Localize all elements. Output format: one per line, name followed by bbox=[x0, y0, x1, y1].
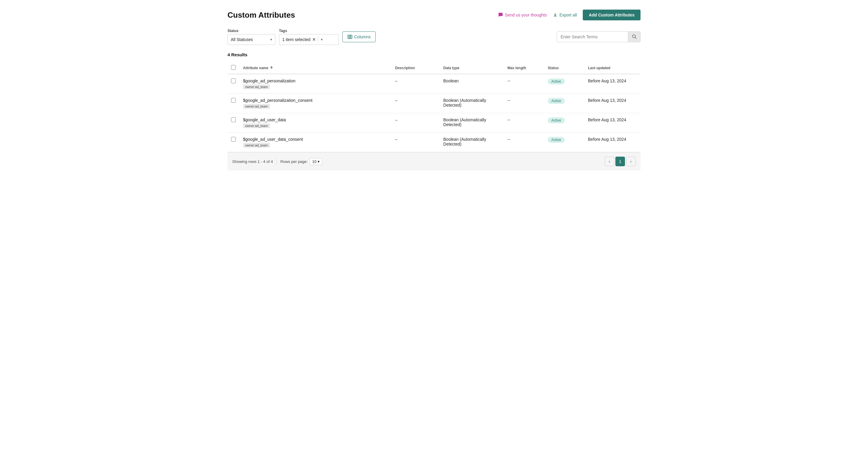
status-filter-group: Status All Statuses ▾ bbox=[227, 29, 275, 45]
attribute-name-cell: $google_ad_user_dataowner:ad_team bbox=[243, 117, 388, 128]
speech-bubble-icon bbox=[498, 12, 503, 18]
col-header-name[interactable]: Attribute name bbox=[240, 62, 392, 74]
attribute-datatype: Boolean bbox=[440, 74, 504, 94]
attribute-description: – bbox=[392, 133, 440, 152]
attribute-name[interactable]: $google_ad_personalization bbox=[243, 79, 388, 83]
svg-rect-0 bbox=[348, 35, 349, 39]
showing-info: Showing rows 1 - 4 of 4 Rows per page: 1… bbox=[232, 158, 322, 165]
tags-chevron-icon: ▾ bbox=[321, 37, 323, 41]
rows-per-page-label: Rows per page: bbox=[280, 159, 308, 164]
status-label: Status bbox=[227, 29, 275, 33]
attribute-tag: owner:ad_team bbox=[243, 123, 270, 128]
table-row: $google_ad_user_data_consentowner:ad_tea… bbox=[227, 133, 641, 152]
tags-divider bbox=[318, 36, 318, 42]
columns-label: Columns bbox=[354, 34, 371, 39]
status-select-value: All Statuses bbox=[231, 37, 268, 42]
attribute-datatype: Boolean (Automatically Detected) bbox=[440, 113, 504, 133]
export-button[interactable]: Export all bbox=[553, 12, 577, 18]
attribute-lastupdated: Before Aug 13, 2024 bbox=[585, 74, 641, 94]
send-thoughts-button[interactable]: Send us your thoughts bbox=[498, 12, 547, 18]
col-header-maxlength: Max length bbox=[504, 62, 544, 74]
search-input[interactable] bbox=[557, 34, 628, 39]
attribute-status-cell: Active bbox=[544, 74, 585, 94]
svg-rect-1 bbox=[349, 35, 350, 39]
export-icon bbox=[553, 12, 558, 18]
attribute-maxlength: -- bbox=[504, 113, 544, 133]
search-button[interactable] bbox=[628, 32, 640, 42]
table-row: $google_ad_personalizationowner:ad_team–… bbox=[227, 74, 641, 94]
add-custom-attributes-button[interactable]: Add Custom Attributes bbox=[583, 9, 641, 20]
attribute-maxlength: -- bbox=[504, 133, 544, 152]
attribute-status-cell: Active bbox=[544, 133, 585, 152]
rows-per-page-select[interactable]: 10 ▾ bbox=[309, 158, 322, 165]
pagination-row: Showing rows 1 - 4 of 4 Rows per page: 1… bbox=[227, 152, 641, 170]
status-chevron-icon: ▾ bbox=[270, 37, 272, 41]
rows-per-page-group: Rows per page: 10 ▾ bbox=[280, 158, 323, 165]
pagination-divider bbox=[277, 158, 277, 165]
search-wrapper bbox=[557, 31, 641, 42]
search-icon bbox=[632, 34, 637, 39]
attribute-tag: owner:ad_team bbox=[243, 143, 270, 148]
tags-label: Tags bbox=[279, 29, 339, 33]
header-actions: Send us your thoughts Export all Add Cus… bbox=[498, 9, 641, 20]
status-badge: Active bbox=[548, 98, 565, 104]
status-badge: Active bbox=[548, 137, 565, 143]
attribute-tag: owner:ad_team bbox=[243, 84, 270, 89]
attribute-maxlength: -- bbox=[504, 94, 544, 113]
prev-page-button[interactable]: ‹ bbox=[604, 157, 614, 166]
showing-text: Showing rows 1 - 4 of 4 bbox=[232, 159, 273, 164]
status-badge: Active bbox=[548, 79, 565, 84]
attribute-description: – bbox=[392, 94, 440, 113]
svg-line-4 bbox=[635, 37, 636, 39]
row-checkbox[interactable] bbox=[231, 117, 236, 122]
attribute-name-cell: $google_ad_user_data_consentowner:ad_tea… bbox=[243, 137, 388, 148]
attribute-description: – bbox=[392, 113, 440, 133]
columns-button[interactable]: Columns bbox=[342, 31, 376, 42]
attributes-table: Attribute name Description Data type Max… bbox=[227, 62, 641, 152]
sort-icon bbox=[270, 66, 273, 69]
attribute-name-cell: $google_ad_personalization_consentowner:… bbox=[243, 98, 388, 109]
attribute-datatype: Boolean (Automatically Detected) bbox=[440, 133, 504, 152]
attribute-status-cell: Active bbox=[544, 113, 585, 133]
page-nav: ‹ 1 › bbox=[604, 157, 636, 166]
svg-rect-2 bbox=[351, 35, 352, 39]
attribute-description: – bbox=[392, 74, 440, 94]
tags-select-value: 1 item selected bbox=[282, 37, 310, 42]
attribute-lastupdated: Before Aug 13, 2024 bbox=[585, 94, 641, 113]
current-page-button[interactable]: 1 bbox=[615, 157, 625, 166]
attribute-name[interactable]: $google_ad_personalization_consent bbox=[243, 98, 388, 103]
attribute-lastupdated: Before Aug 13, 2024 bbox=[585, 133, 641, 152]
page-title: Custom Attributes bbox=[227, 10, 295, 20]
status-select[interactable]: All Statuses ▾ bbox=[227, 34, 275, 45]
table-row: $google_ad_user_dataowner:ad_team–Boolea… bbox=[227, 113, 641, 133]
col-header-lastupdated: Last updated bbox=[585, 62, 641, 74]
attribute-maxlength: -- bbox=[504, 74, 544, 94]
rows-per-page-chevron: ▾ bbox=[317, 159, 320, 164]
attribute-datatype: Boolean (Automatically Detected) bbox=[440, 94, 504, 113]
attribute-name[interactable]: $google_ad_user_data_consent bbox=[243, 137, 388, 142]
rows-per-page-value: 10 bbox=[312, 159, 316, 164]
columns-button-wrapper: Columns bbox=[342, 31, 376, 42]
select-all-checkbox[interactable] bbox=[231, 65, 236, 70]
row-checkbox[interactable] bbox=[231, 79, 236, 83]
next-page-button[interactable]: › bbox=[626, 157, 636, 166]
col-header-status: Status bbox=[544, 62, 585, 74]
attribute-name-cell: $google_ad_personalizationowner:ad_team bbox=[243, 79, 388, 89]
row-checkbox[interactable] bbox=[231, 137, 236, 142]
send-thoughts-label: Send us your thoughts bbox=[505, 12, 547, 18]
col-header-datatype: Data type bbox=[440, 62, 504, 74]
tags-clear-icon[interactable]: ✕ bbox=[312, 37, 316, 42]
columns-icon bbox=[347, 34, 352, 39]
tags-filter-group: Tags 1 item selected ✕ ▾ bbox=[279, 29, 339, 45]
row-checkbox[interactable] bbox=[231, 98, 236, 103]
col-header-description: Description bbox=[392, 62, 440, 74]
table-row: $google_ad_personalization_consentowner:… bbox=[227, 94, 641, 113]
filters-row: Status All Statuses ▾ Tags 1 item select… bbox=[227, 29, 641, 45]
attribute-tag: owner:ad_team bbox=[243, 104, 270, 109]
attribute-name[interactable]: $google_ad_user_data bbox=[243, 117, 388, 122]
attribute-lastupdated: Before Aug 13, 2024 bbox=[585, 113, 641, 133]
tags-select[interactable]: 1 item selected ✕ ▾ bbox=[279, 34, 339, 45]
status-badge: Active bbox=[548, 117, 565, 123]
select-all-header bbox=[227, 62, 240, 74]
export-label: Export all bbox=[559, 12, 577, 18]
